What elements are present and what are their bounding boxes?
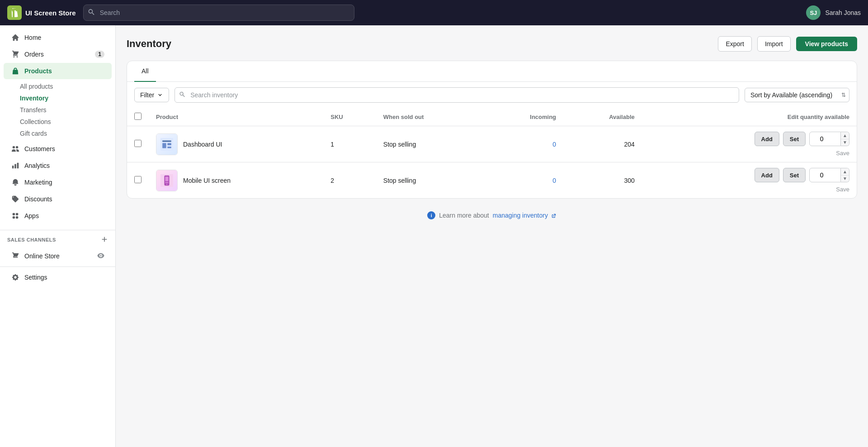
app-layout: UI Screen Store SJ Sarah Jonas Home [0, 0, 868, 447]
sidebar-item-label: Apps [24, 212, 39, 219]
sidebar-sub-all-products[interactable]: All products [20, 81, 115, 92]
when-sold-out-2: Stop selling [376, 162, 484, 199]
sidebar-item-label: Discounts [24, 195, 52, 203]
add-sales-channel-button[interactable] [101, 236, 108, 244]
sidebar-divider [0, 230, 115, 230]
sales-channels-header: SALES CHANNELS [0, 232, 115, 247]
online-store-icon [11, 252, 20, 261]
sidebar-item-label: Customers [24, 145, 55, 152]
col-product: Product [149, 108, 323, 126]
topbar-right: SJ Sarah Jonas [806, 5, 861, 20]
view-products-button[interactable]: View products [796, 37, 857, 51]
search-bar [83, 5, 354, 21]
orders-badge: 1 [95, 51, 104, 58]
qty-down-1[interactable]: ▼ [841, 139, 849, 146]
main-content: Inventory Export Import View products Al… [116, 25, 868, 447]
footer-text: Learn more about [439, 212, 489, 219]
sidebar-item-apps[interactable]: Apps [4, 208, 112, 224]
edit-qty-inner-1: Add Set ▲ ▼ [755, 132, 849, 157]
sidebar-item-analytics[interactable]: Analytics [4, 157, 112, 174]
page-title: Inventory [127, 38, 171, 50]
incoming-1[interactable]: 0 [552, 141, 556, 148]
sidebar-sub-inventory[interactable]: Inventory [20, 92, 115, 104]
qty-up-1[interactable]: ▲ [841, 132, 849, 139]
table-body: Dashboard UI 1 Stop selling 0 204 Add [127, 126, 857, 199]
sort-select[interactable]: Sort by Available (ascending) Sort by Av… [745, 88, 849, 102]
product-cell-2: Mobile UI screen [156, 170, 316, 191]
qty-controls-2: Add Set ▲ ▼ [755, 168, 849, 182]
search-inventory-icon [179, 91, 185, 99]
export-button[interactable]: Export [718, 36, 751, 52]
incoming-2[interactable]: 0 [552, 177, 556, 184]
avatar: SJ [806, 5, 821, 20]
sidebar-item-discounts[interactable]: Discounts [4, 191, 112, 207]
row-checkbox-2[interactable] [134, 176, 142, 183]
filter-label: Filter [140, 91, 154, 99]
set-button-1[interactable]: Set [783, 132, 806, 146]
products-submenu: All products Inventory Transfers Collect… [0, 80, 115, 140]
sidebar-sub-collections[interactable]: Collections [20, 116, 115, 128]
user-name: Sarah Jonas [825, 9, 861, 16]
svg-rect-8 [165, 182, 169, 183]
sort-wrapper: Sort by Available (ascending) Sort by Av… [745, 88, 849, 102]
mobile-ui-thumb [156, 170, 177, 191]
when-sold-out-1: Stop selling [376, 126, 484, 162]
tab-all[interactable]: All [134, 61, 156, 82]
qty-input-wrap-2: ▲ ▼ [809, 168, 849, 182]
filter-button[interactable]: Filter [134, 88, 169, 102]
sidebar-item-label: Marketing [24, 179, 52, 186]
sidebar-item-orders[interactable]: Orders 1 [4, 46, 112, 62]
managing-inventory-link[interactable]: managing inventory [493, 212, 557, 219]
save-btn-row-2: Save [836, 186, 849, 193]
sku-2: 2 [323, 162, 376, 199]
tabs: All [127, 61, 857, 82]
qty-down-2[interactable]: ▼ [841, 176, 849, 182]
top-bar: UI Screen Store SJ Sarah Jonas [0, 0, 868, 25]
sidebar-sub-transfers[interactable]: Transfers [20, 104, 115, 116]
inventory-table: Product SKU When sold out Incoming Avail… [127, 108, 857, 198]
add-button-1[interactable]: Add [755, 132, 779, 146]
table-header: Product SKU When sold out Incoming Avail… [127, 108, 857, 126]
add-button-2[interactable]: Add [755, 168, 779, 182]
edit-qty-inner-2: Add Set ▲ ▼ [755, 168, 849, 193]
qty-input-1[interactable] [809, 132, 841, 146]
qty-up-2[interactable]: ▲ [841, 168, 849, 176]
svg-point-9 [166, 184, 167, 185]
set-button-2[interactable]: Set [783, 168, 806, 182]
products-icon [11, 67, 20, 76]
save-button-2[interactable]: Save [836, 186, 849, 193]
marketing-icon [11, 178, 20, 187]
row-checkbox-1[interactable] [134, 140, 142, 147]
settings-icon [11, 273, 20, 282]
sidebar-item-home[interactable]: Home [4, 29, 112, 46]
svg-rect-1 [162, 140, 171, 142]
search-inventory-input[interactable] [175, 87, 739, 103]
header-actions: Export Import View products [718, 36, 857, 52]
dashboard-ui-thumb [156, 134, 177, 155]
sidebar-item-marketing[interactable]: Marketing [4, 174, 112, 190]
sidebar: Home Orders 1 Products All produc [0, 25, 116, 447]
search-inventory [175, 87, 739, 103]
store-logo[interactable]: UI Screen Store [7, 5, 76, 20]
sidebar-item-online-store[interactable]: Online Store [4, 248, 112, 264]
edit-qty-cell-2: Add Set ▲ ▼ [642, 162, 857, 199]
svg-rect-7 [165, 176, 169, 181]
sidebar-main-nav: Home Orders 1 Products All produc [0, 25, 115, 228]
qty-input-2[interactable] [809, 168, 841, 182]
import-button[interactable]: Import [757, 36, 791, 52]
save-button-1[interactable]: Save [836, 150, 849, 157]
eye-icon[interactable] [97, 252, 104, 261]
sidebar-sub-gift-cards[interactable]: Gift cards [20, 128, 115, 139]
sidebar-item-customers[interactable]: Customers [4, 141, 112, 157]
settings-label: Settings [24, 274, 47, 281]
sidebar-item-products[interactable]: Products [4, 63, 112, 79]
qty-spinners-1: ▲ ▼ [841, 132, 849, 146]
search-input[interactable] [83, 5, 354, 21]
select-all-checkbox[interactable] [134, 113, 142, 120]
sidebar-item-label: Analytics [24, 162, 50, 169]
sidebar-item-settings[interactable]: Settings [4, 269, 112, 285]
footer-note: i Learn more about managing inventory [127, 211, 857, 219]
search-icon [88, 9, 95, 17]
col-edit-qty: Edit quantity available [642, 108, 857, 126]
orders-icon [11, 50, 20, 59]
